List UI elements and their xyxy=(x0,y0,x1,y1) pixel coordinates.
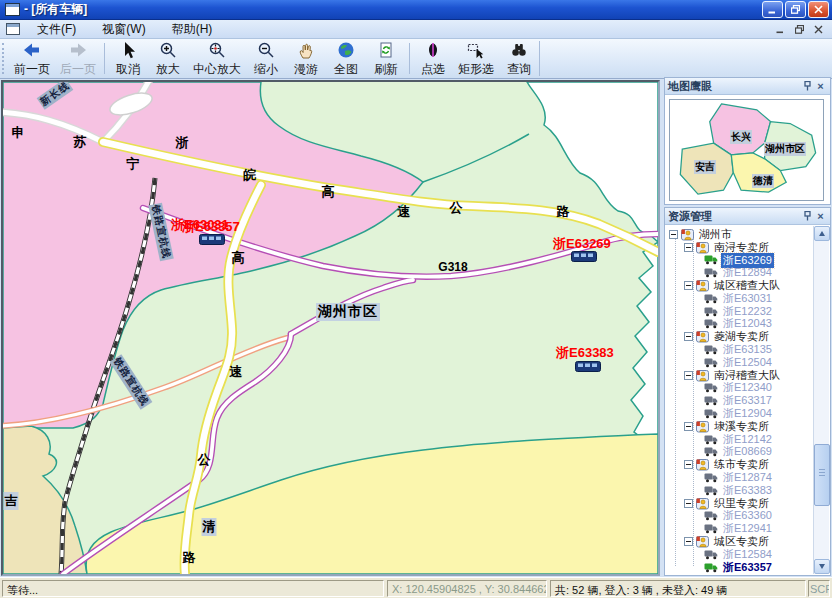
toolbar-button-点选[interactable]: 点选 xyxy=(413,39,453,78)
toolbar-button-前一页[interactable]: 前一页 xyxy=(9,39,55,78)
toolbar-button-label: 前一页 xyxy=(14,63,50,76)
org-icon xyxy=(696,420,709,433)
truck-icon xyxy=(704,267,718,278)
status-scroll-lock: SCRL xyxy=(808,580,830,597)
scroll-up-arrow-icon[interactable] xyxy=(814,226,830,241)
tree-expander-icon[interactable] xyxy=(684,243,693,252)
status-vehicle-counts: 共: 52 辆, 登入: 3 辆 , 未登入: 49 辆 xyxy=(550,580,806,597)
tree-expander-icon[interactable] xyxy=(684,281,693,290)
tree-expander-icon[interactable] xyxy=(684,422,693,431)
toolbar-button-后一页: 后一页 xyxy=(55,39,101,78)
map-label-浙: 浙 xyxy=(176,134,189,152)
scrollbar-thumb[interactable] xyxy=(814,444,830,506)
toolbar-button-中心放大[interactable]: 中心放大 xyxy=(188,39,246,78)
cursor-icon xyxy=(118,41,138,63)
mdi-close-button[interactable] xyxy=(811,23,826,36)
toolbar-button-全图[interactable]: 全图 xyxy=(326,39,366,78)
truck-icon xyxy=(704,562,718,573)
toolbar-button-放大[interactable]: 放大 xyxy=(148,39,188,78)
map-label-路: 路 xyxy=(183,549,196,567)
map-label-宁: 宁 xyxy=(127,155,140,173)
tree-expander-icon[interactable] xyxy=(684,537,693,546)
pin-icon[interactable] xyxy=(801,80,814,93)
status-bar: 等待... X: 120.45904825 , Y: 30.84466204 共… xyxy=(0,577,832,598)
tree-expander-icon[interactable] xyxy=(684,460,693,469)
menu-item-1[interactable]: 视窗(W) xyxy=(93,19,154,40)
truck-icon xyxy=(704,434,718,445)
arrow-right-icon xyxy=(68,41,88,63)
map-label-速: 速 xyxy=(398,203,411,221)
toolbar-button-label: 刷新 xyxy=(374,63,398,76)
menu-bar: 文件(F)视窗(W)帮助(H) xyxy=(0,20,832,39)
tree-expander-icon[interactable] xyxy=(684,371,693,380)
refresh-icon xyxy=(376,41,396,63)
restore-button[interactable] xyxy=(785,1,806,18)
mdi-restore-button[interactable] xyxy=(792,23,807,36)
tree-expander-icon[interactable] xyxy=(684,332,693,341)
tree-expander-icon[interactable] xyxy=(669,230,678,239)
map-label-新长线: 新长线 xyxy=(37,80,74,110)
truck-icon xyxy=(704,293,718,304)
toolbar-button-label: 中心放大 xyxy=(193,63,241,76)
app-icon xyxy=(5,3,20,16)
tree-expander-icon[interactable] xyxy=(684,499,693,508)
toolbar-button-刷新[interactable]: 刷新 xyxy=(366,39,406,78)
toolbar-button-缩小[interactable]: 缩小 xyxy=(246,39,286,78)
map-label-铁路宣杭线: 铁路宣杭线 xyxy=(110,354,153,409)
truck-icon xyxy=(704,523,718,534)
map-label-皖: 皖 xyxy=(244,166,257,184)
org-icon xyxy=(696,458,709,471)
toolbar-end-divider xyxy=(539,41,540,76)
tree-scrollbar[interactable] xyxy=(813,226,829,574)
overview-region-label-安吉: 安吉 xyxy=(694,160,716,174)
close-icon[interactable]: × xyxy=(814,80,827,93)
overview-panel-title: 地图鹰眼 xyxy=(668,79,801,94)
tree-item-label[interactable]: 浙E09387 xyxy=(721,572,774,574)
org-icon xyxy=(681,228,694,241)
binoculars-icon xyxy=(509,41,529,63)
close-icon[interactable]: × xyxy=(814,210,827,223)
overview-region-label-长兴: 长兴 xyxy=(730,130,752,144)
menu-item-2[interactable]: 帮助(H) xyxy=(163,19,222,40)
truck-icon xyxy=(704,472,718,483)
toolbar-grip xyxy=(2,43,7,74)
map-label-吉: 吉 xyxy=(4,492,19,510)
pan-hand-icon xyxy=(296,41,316,63)
toolbar-button-矩形选[interactable]: 矩形选 xyxy=(453,39,499,78)
toolbar-button-漫游[interactable]: 漫游 xyxy=(286,39,326,78)
toolbar-button-label: 后一页 xyxy=(60,63,96,76)
overview-region-label-湖州市区: 湖州市区 xyxy=(764,142,806,156)
minimize-button[interactable] xyxy=(762,1,783,18)
truck-icon xyxy=(704,485,718,496)
vehicle-bus-icon[interactable] xyxy=(199,231,225,249)
vehicle-bus-icon[interactable] xyxy=(571,248,597,266)
toolbar: 前一页后一页取消放大中心放大缩小漫游全图刷新点选矩形选查询 xyxy=(0,39,832,79)
map-label-苏: 苏 xyxy=(74,133,87,151)
truck-icon xyxy=(704,446,718,457)
menu-item-0[interactable]: 文件(F) xyxy=(28,19,85,40)
truck-icon xyxy=(704,549,718,560)
title-bar: - [所有车辆] xyxy=(0,0,832,20)
mdi-child-controls xyxy=(773,23,826,36)
toolbar-button-label: 放大 xyxy=(156,63,180,76)
mdi-child-icon xyxy=(6,23,20,35)
mdi-minimize-button[interactable] xyxy=(773,23,788,36)
org-icon xyxy=(696,330,709,343)
map-label-湖州市区: 湖州市区 xyxy=(316,303,380,321)
resources-panel: 资源管理 × 湖州市南浔专卖所浙E63269浙E12894城区稽查大队浙E630… xyxy=(664,207,831,576)
vehicle-bus-icon[interactable] xyxy=(575,358,601,376)
scroll-down-arrow-icon[interactable] xyxy=(814,559,830,574)
map-label-路: 路 xyxy=(557,203,570,221)
map-canvas[interactable]: 申苏宁浙皖吉清湖州市区高速公路高速公路G318铁路宣杭线铁路宣杭线新长线浙E63… xyxy=(1,80,660,576)
resources-panel-header: 资源管理 × xyxy=(665,208,830,225)
toolbar-button-查询[interactable]: 查询 xyxy=(499,39,539,78)
zoom-out-icon xyxy=(256,41,276,63)
zoom-center-icon xyxy=(207,41,227,63)
map-label-申: 申 xyxy=(12,124,25,142)
close-button[interactable] xyxy=(808,1,829,18)
map-label-G318: G318 xyxy=(438,260,467,274)
org-icon xyxy=(696,279,709,292)
toolbar-button-取消[interactable]: 取消 xyxy=(108,39,148,78)
window-controls xyxy=(762,1,829,18)
pin-icon[interactable] xyxy=(801,210,814,223)
